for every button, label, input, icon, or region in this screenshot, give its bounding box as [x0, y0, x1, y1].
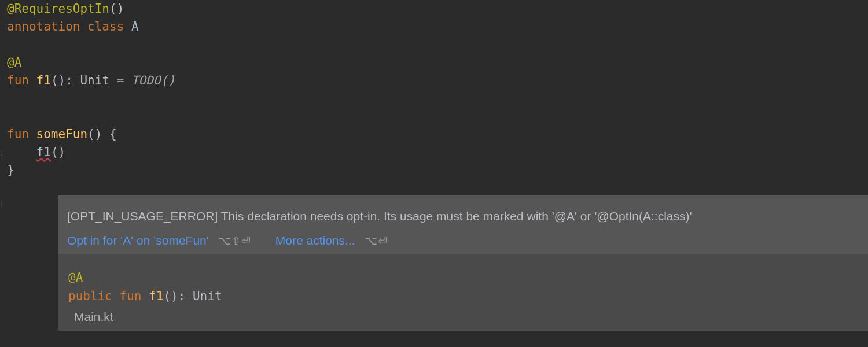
code-editor[interactable]: ⦚ ⦚ @RequiresOptIn() annotation class A … [0, 0, 868, 179]
gutter-marker-icon: ⦚ [0, 200, 6, 208]
error-span[interactable]: f1 [36, 145, 51, 159]
function-name: someFun [36, 127, 88, 141]
keyword: annotation [7, 20, 80, 34]
code-line[interactable]: annotation class A [7, 18, 868, 36]
text: (): Unit [163, 289, 222, 303]
function-name: f1 [36, 73, 51, 87]
indent [7, 145, 36, 159]
quick-doc-signature: @A public fun f1(): Unit [58, 258, 868, 310]
code-line[interactable]: @A [7, 54, 868, 72]
code-line[interactable]: @RequiresOptIn() [7, 0, 868, 18]
inspection-actions-row: Opt in for 'A' on 'someFun' ⌥⇧⏎ More act… [58, 231, 868, 254]
keyword: public [68, 289, 112, 303]
type-name: A [131, 20, 139, 34]
annotation: @A [7, 56, 21, 69]
gutter-marker-icon: ⦚ [0, 150, 6, 158]
shortcut-hint: ⌥⇧⏎ [218, 234, 251, 248]
code-line[interactable]: } [7, 161, 868, 179]
code-line[interactable] [7, 36, 868, 54]
code-line[interactable]: f1() [7, 143, 868, 161]
text: () { [87, 127, 117, 141]
text: () [109, 2, 124, 16]
inspection-popup: [OPT_IN_USAGE_ERROR] This declaration ne… [58, 195, 868, 331]
code-line[interactable]: fun someFun() { [7, 125, 868, 143]
text: (): Unit = [51, 73, 131, 87]
quick-doc-file: Main.kt [58, 310, 868, 331]
annotation: @RequiresOptIn [7, 2, 109, 16]
keyword: fun [112, 289, 149, 303]
code-line[interactable] [7, 108, 868, 125]
text: () [51, 145, 65, 159]
code-line[interactable] [7, 90, 868, 108]
todo-call: TODO() [131, 73, 175, 87]
quickfix-opt-in[interactable]: Opt in for 'A' on 'someFun' [67, 234, 209, 248]
code-line[interactable]: fun f1(): Unit = TODO() [7, 72, 868, 90]
function-name: f1 [149, 289, 163, 303]
more-actions-link[interactable]: More actions... [275, 234, 355, 248]
file-name: Main.kt [74, 310, 113, 324]
text: } [7, 163, 14, 177]
annotation: @A [68, 271, 83, 285]
inspection-message: [OPT_IN_USAGE_ERROR] This declaration ne… [58, 195, 868, 231]
shortcut-hint: ⌥⏎ [365, 234, 388, 248]
keyword: fun [7, 127, 36, 141]
keyword: fun [7, 73, 36, 87]
keyword: class [80, 20, 131, 34]
